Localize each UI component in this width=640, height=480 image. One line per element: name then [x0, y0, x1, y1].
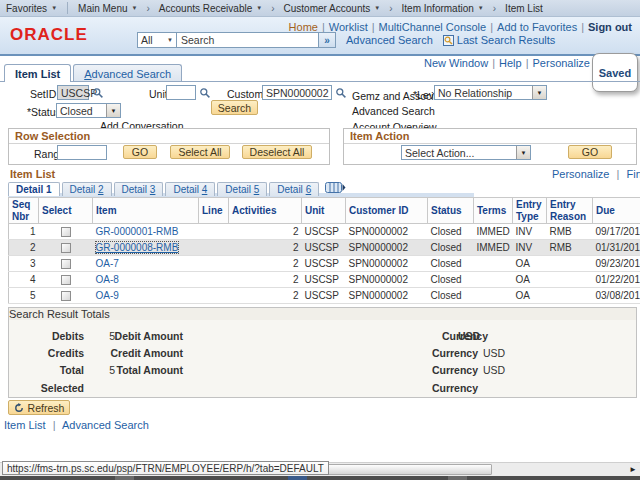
breadcrumb-item-customer-accounts[interactable]: Customer Accounts ▼ [278, 3, 387, 14]
item-link[interactable]: OA-8 [96, 274, 119, 285]
item-link[interactable]: OA-9 [96, 290, 119, 301]
item-action-go-button[interactable]: GO [568, 145, 612, 159]
tab-label: Detail [277, 184, 305, 195]
item-action-select[interactable]: Select Action... ▼ [401, 145, 531, 160]
search-scope-select[interactable]: All ▼ [137, 32, 177, 48]
breadcrumb-item-item-information[interactable]: Item Information ▼ [396, 3, 490, 14]
link-separator: | [522, 57, 533, 69]
col-header-line[interactable]: Line [199, 198, 229, 224]
row-select-checkbox[interactable] [61, 259, 71, 269]
item-link[interactable]: GR-0000001-RMB [96, 226, 179, 237]
search-go-button[interactable]: » [319, 32, 336, 48]
last-search-results-link[interactable]: Last Search Results [457, 34, 555, 46]
setid-lookup-icon[interactable] [92, 87, 104, 99]
search-input[interactable] [177, 32, 319, 48]
setid-field[interactable]: USCSP [57, 85, 89, 100]
customer-lookup-icon[interactable] [335, 87, 347, 99]
item-link[interactable]: GR-0000008-RMB [96, 242, 179, 253]
totals-label: Selected [9, 382, 84, 394]
col-header-entry-reason[interactable]: Entry Reason [547, 198, 593, 224]
col-header-seq-nbr[interactable]: Seq Nbr [9, 198, 39, 224]
scrollbar-right-arrow[interactable]: ► [629, 465, 637, 474]
totals-title: Search Result Totals [9, 308, 636, 320]
unit-field[interactable] [166, 85, 196, 100]
col-header-status[interactable]: Status [428, 198, 474, 224]
grid-find-link[interactable]: Find [626, 168, 640, 180]
col-header-activities[interactable]: Activities [229, 198, 302, 224]
customer-field[interactable]: SPN0000002 [262, 85, 332, 100]
range-go-button[interactable]: GO [123, 145, 157, 159]
totals-amount-label: Credit Amount [109, 347, 183, 359]
chevron-down-icon: ▼ [132, 5, 138, 11]
row-select-checkbox[interactable] [61, 243, 71, 253]
tab-advanced-search[interactable]: Advanced Search [73, 64, 182, 82]
tab-detail-3[interactable]: Detail 3 [114, 182, 164, 196]
status-select[interactable]: Closed ▼ [56, 103, 121, 118]
refresh-button[interactable]: Refresh [8, 400, 70, 415]
item-list-section-title: Item List [10, 168, 55, 180]
tab-detail-5[interactable]: Detail 5 [217, 182, 267, 196]
tab-item-list[interactable]: Item List [4, 64, 71, 82]
grid-personalize-link[interactable]: Personalize [552, 168, 609, 180]
tab-detail-6[interactable]: Detail 6 [269, 182, 319, 196]
tab-label: Detail [122, 184, 150, 195]
cell-due: 03/08/2015 [593, 288, 640, 304]
breadcrumb-item-label: Accounts Receivable [159, 3, 252, 14]
cell-terms [474, 288, 513, 304]
sign-out-link[interactable]: Sign out [588, 21, 632, 33]
breadcrumb-favorites[interactable]: Favorites ▼ [0, 3, 63, 14]
app-header: ORACLE Home | Worklist | MultiChannel Co… [0, 17, 640, 54]
select-all-button[interactable]: Select All [170, 145, 230, 159]
breadcrumb-separator-icon: › [386, 3, 395, 14]
col-header-unit[interactable]: Unit [302, 198, 346, 224]
row-select-checkbox[interactable] [61, 291, 71, 301]
item-link[interactable]: OA-7 [96, 258, 119, 269]
search-button[interactable]: Search [211, 100, 258, 115]
item-list-table: Seq Nbr Select Item Line Activities Unit… [8, 197, 640, 304]
level-select[interactable]: No Relationship ▼ [434, 85, 547, 100]
breadcrumb-item-accounts-receivable[interactable]: Accounts Receivable ▼ [153, 3, 268, 14]
breadcrumb-main-menu[interactable]: Main Menu ▼ [72, 3, 143, 14]
footer-advanced-search-link[interactable]: Advanced Search [62, 419, 149, 431]
link-separator: | [49, 419, 60, 431]
item-action-select-value: Select Action... [402, 146, 516, 159]
table-header-row: Seq Nbr Select Item Line Activities Unit… [9, 198, 640, 224]
link-separator: | [577, 21, 588, 33]
cell-unit: USCSP [302, 240, 346, 256]
range-field[interactable] [57, 145, 107, 160]
link-separator: | [488, 57, 499, 69]
col-header-terms[interactable]: Terms [474, 198, 513, 224]
col-header-item[interactable]: Item [93, 198, 199, 224]
col-header-due[interactable]: Due [593, 198, 640, 224]
cell-activities: 2 [229, 224, 302, 240]
footer-item-list-link[interactable]: Item List [4, 419, 46, 431]
deselect-all-button[interactable]: Deselect All [242, 145, 312, 159]
cell-activities: 2 [229, 240, 302, 256]
cell-unit: USCSP [302, 288, 346, 304]
personalize-link[interactable]: Personalize [533, 57, 590, 69]
cell-terms [474, 256, 513, 272]
col-header-entry-type[interactable]: Entry Type [513, 198, 547, 224]
tab-detail-1[interactable]: Detail 1 [8, 182, 60, 196]
chevron-down-icon: ▼ [478, 5, 484, 11]
chevron-down-icon: ▼ [256, 5, 262, 11]
show-all-columns-icon[interactable] [325, 182, 346, 195]
row-select-checkbox[interactable] [61, 275, 71, 285]
advanced-search-form-link[interactable]: Advanced Search [352, 105, 435, 117]
chevron-down-icon: ▼ [532, 86, 546, 99]
new-window-link[interactable]: New Window [424, 57, 488, 69]
cell-unit: USCSP [302, 272, 346, 288]
chevron-down-icon: ▼ [167, 37, 173, 43]
advanced-search-link[interactable]: Advanced Search [346, 34, 433, 46]
unit-lookup-icon[interactable] [199, 87, 211, 99]
tab-detail-4[interactable]: Detail 4 [165, 182, 215, 196]
col-header-customer-id[interactable]: Customer ID [346, 198, 428, 224]
totals-amount-label: Total Amount [109, 364, 183, 376]
tab-detail-2[interactable]: Detail 2 [62, 182, 112, 196]
col-header-select[interactable]: Select [39, 198, 93, 224]
row-selection-title: Row Selection [9, 129, 329, 144]
row-select-checkbox[interactable] [61, 227, 71, 237]
cell-due: 09/17/2014 [593, 224, 640, 240]
help-link[interactable]: Help [499, 57, 522, 69]
cell-entry-reason [547, 272, 593, 288]
